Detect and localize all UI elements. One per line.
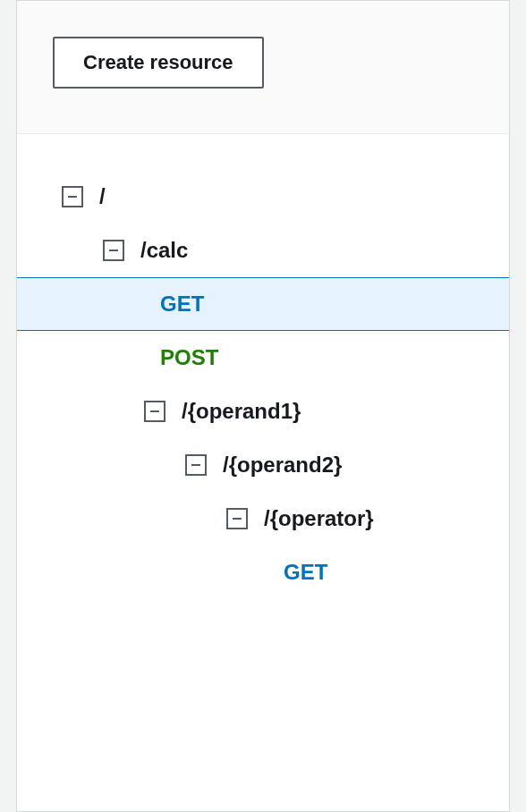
- resource-label: /: [99, 184, 106, 209]
- resource-label: /{operand2}: [223, 453, 342, 478]
- tree-row-calc-post[interactable]: POST: [17, 331, 509, 385]
- tree-row-calc[interactable]: /calc: [17, 224, 509, 277]
- collapse-icon[interactable]: [62, 186, 83, 207]
- collapse-icon[interactable]: [103, 240, 124, 261]
- resource-panel: Create resource //calcGETPOST/{operand1}…: [16, 0, 510, 812]
- resource-label: /{operand1}: [182, 399, 301, 424]
- method-label: GET: [284, 560, 327, 585]
- create-resource-button[interactable]: Create resource: [53, 37, 264, 89]
- tree-row-operand2[interactable]: /{operand2}: [17, 438, 509, 492]
- collapse-icon[interactable]: [144, 401, 165, 422]
- method-label: POST: [160, 345, 218, 370]
- resource-label: /calc: [140, 238, 188, 263]
- tree-row-operator[interactable]: /{operator}: [17, 492, 509, 546]
- toolbar: Create resource: [17, 1, 509, 134]
- collapse-icon[interactable]: [226, 508, 248, 529]
- tree-row-calc-get[interactable]: GET: [17, 277, 509, 331]
- resource-label: /{operator}: [264, 506, 374, 531]
- method-label: GET: [160, 292, 204, 317]
- tree-row-operand1[interactable]: /{operand1}: [17, 385, 509, 438]
- tree-row-root[interactable]: /: [17, 170, 509, 224]
- tree-row-operator-get[interactable]: GET: [17, 546, 509, 599]
- collapse-icon[interactable]: [185, 454, 207, 476]
- resource-tree: //calcGETPOST/{operand1}/{operand2}/{ope…: [17, 134, 509, 599]
